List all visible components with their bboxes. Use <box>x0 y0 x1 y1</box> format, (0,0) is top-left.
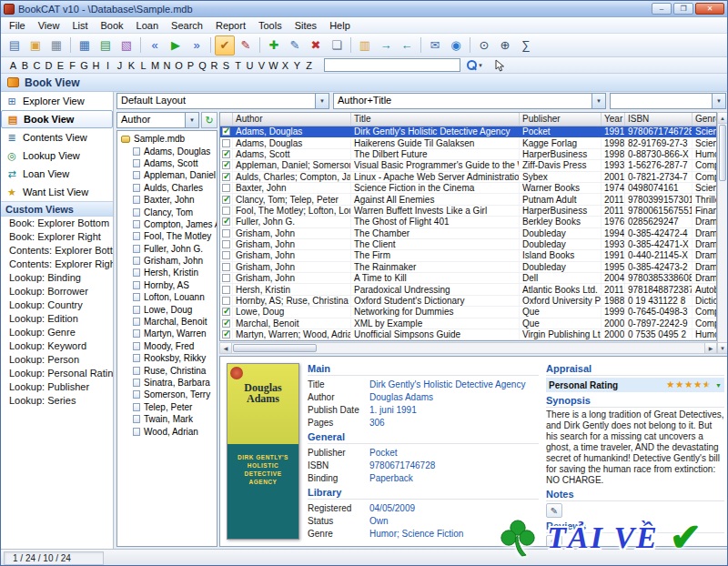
sidebar-item-explorer-view[interactable]: ⊞Explorer View <box>1 92 113 110</box>
letter-J[interactable]: J <box>114 60 126 71</box>
card-view-icon[interactable]: ▤ <box>96 35 116 56</box>
tree-item-twain-mark[interactable]: Twain, Mark <box>117 413 217 425</box>
scrollbar-thumb[interactable] <box>233 344 317 352</box>
table-row[interactable]: Hornby, AS; Ruse, ChristinaOxford Studen… <box>220 296 716 307</box>
first-record-icon[interactable]: « <box>145 35 165 56</box>
tree-item-moody-fred[interactable]: Moody, Fred <box>117 340 217 352</box>
field-value[interactable]: Pocket <box>369 448 539 458</box>
menu-loan[interactable]: Loan <box>130 18 165 33</box>
tree-item-grisham-john[interactable]: Grisham, John <box>117 255 217 267</box>
custom-view-lookup-publisher[interactable]: Lookup: Publisher <box>1 380 113 394</box>
row-checkbox[interactable] <box>222 330 230 339</box>
tree-item-ruse-christina[interactable]: Ruse, Christina <box>117 364 217 376</box>
custom-view-lookup-borrower[interactable]: Lookup: Borrower <box>1 285 113 298</box>
menu-view[interactable]: View <box>32 18 66 33</box>
vertical-scrollbar[interactable]: ▲ ▼ <box>717 112 728 354</box>
column-author[interactable]: Author <box>233 113 351 126</box>
loan-out-icon[interactable]: → <box>376 35 396 56</box>
scroll-up-icon[interactable]: ▲ <box>718 113 727 124</box>
row-checkbox[interactable] <box>222 251 230 259</box>
table-row[interactable]: Fool, The Motley; Lofton, LouannWarren B… <box>220 206 716 217</box>
sidebar-item-contents-view[interactable]: ≣Contents View <box>1 128 113 147</box>
scroll-down-icon[interactable]: ▼ <box>718 342 727 353</box>
custom-view-lookup-personal-rating[interactable]: Lookup: Personal Rating <box>1 367 113 380</box>
column-title[interactable]: Title <box>351 113 520 126</box>
horizontal-scrollbar[interactable]: ◀ ▶ <box>219 342 717 354</box>
column-check[interactable] <box>220 113 233 126</box>
tree-item-somerson-terry[interactable]: Somerson, Terry <box>117 389 217 400</box>
tree-item-sinatra-barbara[interactable]: Sinatra, Barbara <box>117 377 217 389</box>
rating-stars[interactable]: ★★★★★★★★★★ <box>666 380 712 389</box>
loan-return-icon[interactable]: ← <box>397 35 417 56</box>
row-checkbox[interactable] <box>222 173 230 181</box>
letter-U[interactable]: U <box>244 60 256 71</box>
row-checkbox[interactable] <box>222 308 230 316</box>
custom-view-lookup-series[interactable]: Lookup: Series <box>1 394 113 408</box>
letter-D[interactable]: D <box>43 60 55 71</box>
letter-P[interactable]: P <box>185 60 197 71</box>
letter-X[interactable]: X <box>279 60 291 71</box>
tree-item-adams-douglas[interactable]: Adams, Douglas <box>117 145 217 157</box>
tree-item-fuller-john-g[interactable]: Fuller, John G. <box>117 243 217 255</box>
book-cover[interactable]: Douglas Adams DIRK GENTLY'S HOLISTIC DET… <box>227 363 299 540</box>
letter-W[interactable]: W <box>268 60 279 71</box>
letter-O[interactable]: O <box>173 60 185 71</box>
scrollbar-thumb[interactable] <box>719 125 726 181</box>
tree-group-select[interactable]: Author ▼ <box>116 112 199 128</box>
table-row[interactable]: Adams, DouglasHaikerens Guide Til Galaks… <box>220 137 716 148</box>
table-row[interactable]: Adams, ScottThe Dilbert FutureHarperBusi… <box>220 149 716 160</box>
tree-item-aulds-charles[interactable]: Aulds, Charles <box>117 182 217 194</box>
letter-K[interactable]: K <box>126 60 137 71</box>
letter-C[interactable]: C <box>31 60 43 71</box>
row-checkbox[interactable] <box>222 319 230 328</box>
row-checkbox[interactable] <box>222 184 230 192</box>
custom-view-lookup-edition[interactable]: Lookup: Edition <box>1 312 113 326</box>
tree-item-hornby-as[interactable]: Hornby, AS <box>117 279 217 291</box>
tree-item-clancy-tom[interactable]: Clancy, Tom <box>117 206 217 217</box>
custom-view-contents-explorer-bottom[interactable]: Contents: Explorer Bottom <box>1 244 113 258</box>
table-row[interactable]: Grisham, JohnA Time to KillDell200497803… <box>220 273 716 284</box>
custom-view-lookup-genre[interactable]: Lookup: Genre <box>1 326 113 339</box>
table-row[interactable]: Grisham, JohnThe ChamberDoubleday19940-3… <box>220 228 716 239</box>
letter-E[interactable]: E <box>55 60 66 71</box>
close-button[interactable]: ✕ <box>695 3 724 15</box>
field-value[interactable]: Dirk Gently's Holistic Detective Agency <box>369 379 539 389</box>
letter-I[interactable]: I <box>102 60 114 71</box>
library-icon[interactable]: ▥ <box>355 35 375 56</box>
row-checkbox[interactable] <box>222 297 230 305</box>
menu-book[interactable]: Book <box>95 18 130 33</box>
tree-item-telep-peter[interactable]: Telep, Peter <box>117 401 217 413</box>
letter-F[interactable]: F <box>66 60 78 71</box>
letter-Y[interactable]: Y <box>291 60 303 71</box>
add-book-icon[interactable]: ✚ <box>264 35 284 56</box>
search-input[interactable] <box>324 58 460 72</box>
play-icon[interactable]: ▶ <box>166 35 186 56</box>
letter-A[interactable]: A <box>7 60 19 71</box>
table-row[interactable]: Grisham, JohnThe ClientDoubleday19930-38… <box>220 239 716 250</box>
menu-sites[interactable]: Sites <box>288 18 323 33</box>
table-view-icon[interactable]: ▦ <box>75 35 95 56</box>
sidebar-item-loan-view[interactable]: ⇄Loan View <box>1 165 113 183</box>
custom-view-lookup-country[interactable]: Lookup: Country <box>1 298 113 312</box>
filter-select[interactable]: ▼ <box>610 93 726 109</box>
next-record-icon[interactable]: » <box>187 35 207 56</box>
field-value[interactable]: 1. juni 1991 <box>369 405 539 415</box>
letter-Z[interactable]: Z <box>303 60 315 71</box>
row-checkbox[interactable] <box>222 139 230 147</box>
menu-tools[interactable]: Tools <box>252 18 288 33</box>
letter-M[interactable]: M <box>149 60 161 71</box>
maximize-button[interactable]: ❐ <box>673 3 693 15</box>
field-value[interactable]: 306 <box>369 418 539 428</box>
row-checkbox[interactable] <box>222 196 230 204</box>
sidebar-item-book-view[interactable]: ▤Book View <box>1 110 113 128</box>
tree-item-appleman-daniel[interactable]: Appleman, Daniel <box>117 169 217 181</box>
custom-view-contents-explorer-right[interactable]: Contents: Explorer Right <box>1 258 113 271</box>
table-row[interactable]: Aulds, Charles; Compton, James A. (ELinu… <box>220 172 716 183</box>
table-row[interactable]: Grisham, JohnThe FirmIsland Books19910-4… <box>220 250 716 261</box>
pointer-tool[interactable] <box>495 59 505 72</box>
letter-R[interactable]: R <box>208 60 220 71</box>
tree-item-compton-james-a[interactable]: Compton, James A. <box>117 218 217 230</box>
row-checkbox[interactable] <box>222 263 230 271</box>
tree-item-adams-scott[interactable]: Adams, Scott <box>117 157 217 169</box>
scroll-left-icon[interactable]: ◀ <box>220 343 232 353</box>
